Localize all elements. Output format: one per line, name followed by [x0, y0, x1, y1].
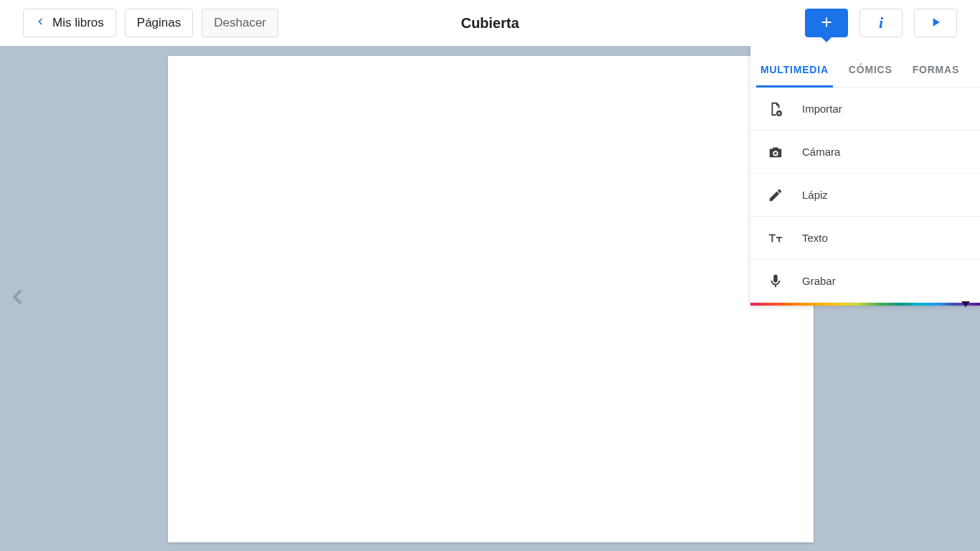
- add-button[interactable]: [805, 9, 848, 37]
- tab-label: CÓMICS: [849, 64, 892, 75]
- prev-page-chevron: [6, 286, 29, 311]
- info-button[interactable]: i: [859, 9, 903, 37]
- plus-icon: [819, 15, 834, 32]
- panel-item-label: Importar: [802, 103, 842, 115]
- back-label: Mis libros: [52, 16, 104, 30]
- undo-button[interactable]: Deshacer: [202, 9, 278, 37]
- pages-label: Páginas: [137, 16, 181, 30]
- page-canvas[interactable]: [168, 56, 814, 542]
- play-icon: [928, 15, 943, 32]
- text-size-icon: [768, 230, 783, 246]
- panel-list: Importar Cámara Lápiz Texto Grabar: [750, 88, 980, 303]
- color-picker-strip[interactable]: [750, 303, 980, 306]
- panel-item-record[interactable]: Grabar: [750, 260, 980, 303]
- file-add-icon: [768, 101, 783, 117]
- panel-tabs: MULTIMEDIA CÓMICS FORMAS: [750, 46, 980, 88]
- camera-icon: [768, 144, 783, 160]
- panel-item-camera[interactable]: Cámara: [750, 131, 980, 174]
- panel-item-label: Lápiz: [802, 189, 828, 201]
- toolbar-right-group: i: [805, 9, 957, 37]
- chevron-left-icon: [35, 16, 45, 30]
- panel-item-text[interactable]: Texto: [750, 217, 980, 260]
- pencil-icon: [768, 187, 783, 203]
- tab-multimedia[interactable]: MULTIMEDIA: [759, 64, 830, 87]
- tab-shapes[interactable]: FORMAS: [911, 64, 961, 87]
- toolbar-left-group: Mis libros Páginas Deshacer: [23, 9, 278, 37]
- add-panel: MULTIMEDIA CÓMICS FORMAS Importar Cámara…: [750, 46, 980, 306]
- pages-button[interactable]: Páginas: [125, 9, 193, 37]
- panel-item-label: Texto: [802, 232, 828, 244]
- panel-item-label: Cámara: [802, 146, 840, 158]
- main-toolbar: Mis libros Páginas Deshacer Cubierta i: [0, 0, 980, 46]
- microphone-icon: [768, 273, 783, 289]
- page-title: Cubierta: [461, 15, 519, 32]
- tab-comics[interactable]: CÓMICS: [847, 64, 894, 87]
- svg-marker-2: [933, 18, 940, 27]
- info-icon: i: [879, 14, 883, 32]
- panel-item-label: Grabar: [802, 275, 836, 287]
- panel-item-import[interactable]: Importar: [750, 88, 980, 131]
- tab-label: MULTIMEDIA: [760, 64, 829, 75]
- undo-label: Deshacer: [214, 16, 266, 30]
- back-to-books-button[interactable]: Mis libros: [23, 9, 116, 37]
- play-button[interactable]: [914, 9, 957, 37]
- toolbar-center: Cubierta: [461, 15, 519, 32]
- tab-label: FORMAS: [913, 64, 959, 75]
- panel-item-pencil[interactable]: Lápiz: [750, 174, 980, 217]
